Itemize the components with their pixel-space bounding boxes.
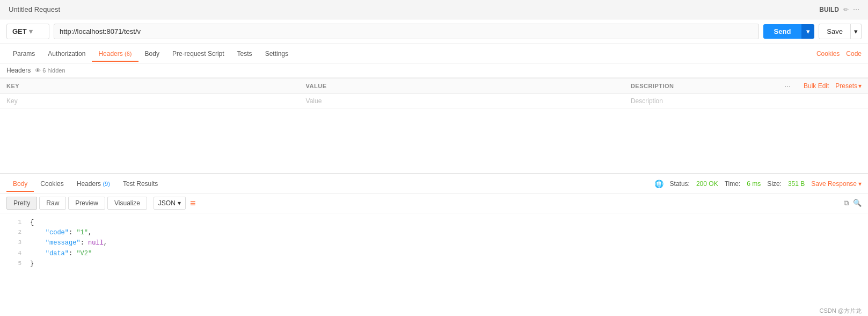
code-line-3: 3 "message": null,	[0, 238, 868, 248]
hidden-count: 6 hidden	[42, 67, 65, 74]
format-dropdown-icon: ▾	[178, 199, 181, 207]
headers-tab-badge: (6)	[125, 51, 132, 57]
visualize-button[interactable]: Visualize	[107, 197, 147, 210]
cookies-link[interactable]: Cookies	[816, 50, 840, 58]
send-dropdown-button[interactable]: ▾	[801, 24, 814, 39]
url-input[interactable]	[54, 24, 759, 39]
code-content-4: "data": "V2"	[30, 249, 92, 259]
response-tab-cookies[interactable]: Cookies	[34, 176, 70, 192]
empty-space	[0, 109, 868, 173]
line-num-1: 1	[6, 218, 21, 227]
eye-icon: 👁	[35, 67, 41, 74]
globe-icon: 🌐	[654, 179, 663, 188]
line-num-4: 4	[6, 249, 21, 258]
response-headers-badge: (9)	[103, 181, 110, 187]
table-header: KEY VALUE DESCRIPTION ··· Bulk Edit Pres…	[0, 78, 868, 94]
tab-settings[interactable]: Settings	[259, 46, 295, 62]
send-button-group: Send ▾	[763, 24, 815, 39]
tab-tests[interactable]: Tests	[231, 46, 259, 62]
code-area: 1 { 2 "code": "1", 3 "message": null, 4 …	[0, 213, 868, 274]
send-button[interactable]: Send	[763, 24, 802, 39]
method-value: GET	[12, 27, 27, 35]
code-link[interactable]: Code	[846, 50, 862, 58]
footer: CSDN @方片龙	[813, 306, 868, 316]
col-value-header: VALUE	[306, 83, 631, 89]
build-label: BUILD	[819, 6, 839, 13]
status-label: Status:	[670, 180, 690, 188]
code-line-4: 4 "data": "V2"	[0, 249, 868, 259]
tab-params[interactable]: Params	[6, 46, 41, 62]
col-desc-header: DESCRIPTION	[631, 83, 784, 89]
save-button-group: Save ▾	[819, 24, 862, 39]
wrap-button[interactable]: ≡	[190, 198, 196, 209]
response-toolbar: Pretty Raw Preview Visualize JSON ▾ ≡ ⧉ …	[0, 193, 868, 213]
code-line-5: 5 }	[0, 259, 868, 269]
time-value: 6 ms	[747, 180, 761, 188]
search-icon[interactable]: 🔍	[853, 199, 862, 207]
edit-icon[interactable]: ✏	[843, 6, 849, 13]
tab-headers[interactable]: Headers (6)	[92, 46, 138, 62]
code-line-2: 2 "code": "1",	[0, 228, 868, 238]
response-tab-body[interactable]: Body	[6, 176, 34, 192]
presets-dropdown-icon: ▾	[858, 82, 862, 90]
headers-section: Headers 👁 6 hidden	[0, 63, 868, 78]
line-num-2: 2	[6, 228, 21, 238]
line-num-3: 3	[6, 238, 21, 248]
request-title: Untitled Request	[9, 5, 60, 13]
code-content-1: {	[30, 218, 34, 228]
desc-cell[interactable]: Description	[631, 97, 862, 105]
footer-text: CSDN @方片龙	[820, 307, 862, 314]
key-cell[interactable]: Key	[6, 97, 306, 105]
response-tab-headers[interactable]: Headers (9)	[70, 176, 116, 192]
time-label: Time:	[725, 180, 741, 188]
tab-body[interactable]: Body	[138, 46, 166, 62]
tab-authorization[interactable]: Authorization	[41, 46, 92, 62]
more-options-icon[interactable]: ···	[784, 82, 791, 90]
response-tabs: Body Cookies Headers (9) Test Results 🌐 …	[0, 174, 868, 193]
format-label: JSON	[158, 199, 176, 207]
col-key-header: KEY	[6, 83, 306, 89]
bulk-edit-button[interactable]: Bulk Edit	[804, 82, 829, 90]
request-tabs: Params Authorization Headers (6) Body Pr…	[0, 44, 868, 63]
save-button[interactable]: Save	[819, 24, 851, 39]
response-section: Body Cookies Headers (9) Test Results 🌐 …	[0, 173, 868, 274]
method-select[interactable]: GET ▾	[6, 24, 49, 39]
response-icons: ⧉ 🔍	[844, 199, 862, 207]
response-tab-test-results[interactable]: Test Results	[116, 176, 164, 192]
table-row-empty: Key Value Description	[0, 94, 868, 109]
save-response-button[interactable]: Save Response ▾	[811, 180, 862, 188]
line-num-5: 5	[6, 259, 21, 269]
raw-button[interactable]: Raw	[39, 197, 66, 210]
preview-button[interactable]: Preview	[68, 197, 105, 210]
code-line-1: 1 {	[0, 218, 868, 228]
format-select[interactable]: JSON ▾	[154, 197, 186, 210]
response-status: 🌐 Status: 200 OK Time: 6 ms Size: 351 B …	[654, 179, 862, 188]
top-bar: Untitled Request BUILD ✏ ⋯	[0, 0, 868, 19]
hidden-badge: 👁 6 hidden	[35, 67, 65, 74]
status-value: 200 OK	[696, 180, 718, 188]
method-dropdown-icon: ▾	[29, 27, 43, 35]
headers-label: Headers	[6, 67, 31, 74]
size-label: Size:	[767, 180, 782, 188]
tab-pre-request[interactable]: Pre-request Script	[166, 46, 231, 62]
table-header-actions: ··· Bulk Edit Presets ▾	[784, 82, 862, 90]
copy-icon[interactable]: ⧉	[844, 199, 849, 207]
more-icon[interactable]: ⋯	[853, 6, 859, 13]
code-content-3: "message": null,	[30, 238, 107, 248]
save-response-dropdown-icon: ▾	[858, 180, 862, 188]
code-content-2: "code": "1",	[30, 228, 92, 238]
pretty-button[interactable]: Pretty	[6, 197, 37, 210]
tab-right-links: Cookies Code	[816, 50, 862, 58]
save-dropdown-button[interactable]: ▾	[851, 24, 862, 39]
size-value: 351 B	[788, 180, 805, 188]
value-cell[interactable]: Value	[306, 97, 631, 105]
presets-button[interactable]: Presets ▾	[835, 82, 862, 90]
url-bar: GET ▾ Send ▾ Save ▾	[0, 19, 868, 44]
top-bar-actions: BUILD ✏ ⋯	[819, 6, 859, 13]
code-content-5: }	[30, 259, 34, 269]
